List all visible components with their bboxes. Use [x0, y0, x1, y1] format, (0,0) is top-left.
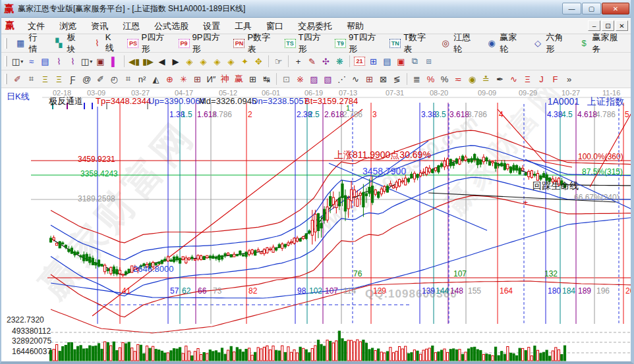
channel-tool[interactable]: ≶ [390, 72, 404, 86]
p-number-button[interactable]: PNP数字表 [229, 32, 279, 55]
menu-item-9[interactable]: 帮助 [339, 19, 371, 33]
kline-button[interactable]: ⌇K线 [87, 32, 123, 54]
gann-tool-button[interactable]: ✣ [319, 55, 333, 68]
menu-item-1[interactable]: 浏览 [52, 19, 84, 33]
analysis-button[interactable]: ❋ [333, 55, 347, 68]
time-circle-tool[interactable]: ◴ [107, 72, 121, 86]
angle-tool[interactable]: ◭ [149, 72, 163, 86]
ruler-tool[interactable]: ⌗ [121, 72, 135, 86]
candle-small-button[interactable]: ◫▾ [80, 55, 94, 68]
wave-red-tool[interactable]: ∿ [507, 72, 521, 86]
quotes-button[interactable]: ▦行情 [11, 32, 49, 55]
zoom-out-button[interactable]: ◈ [224, 55, 238, 68]
grid2-tool[interactable]: ⊠ [376, 72, 390, 86]
fit-button[interactable]: ✦ [238, 55, 252, 68]
f-ruler-tool[interactable]: Ƒ [66, 72, 80, 86]
grid-web-tool[interactable]: ⊞ [190, 72, 204, 86]
board-button[interactable]: ▤ [38, 55, 52, 68]
more-tools-button[interactable]: » [562, 72, 576, 86]
n2-tool[interactable]: n² [135, 72, 149, 86]
pct-red-tool[interactable]: % [424, 72, 438, 86]
zigzag-tool[interactable]: ∿ [349, 72, 362, 86]
gold-angle-tool[interactable]: Ξ [521, 72, 534, 86]
winner-wheel-button[interactable]: ◉赢家轮 [482, 32, 528, 55]
pct-line-tool[interactable]: ≂ [451, 72, 465, 86]
grid-red-tool[interactable]: ⊞ [362, 72, 376, 86]
gann-ruler-tool[interactable]: ⌗ [24, 72, 38, 86]
crosshair-button[interactable]: + [291, 55, 305, 68]
pc-sync-button[interactable]: ⧉ [408, 55, 422, 68]
next-bar-button[interactable]: ▶ [169, 55, 183, 68]
menu-item-6[interactable]: 工具 [227, 19, 259, 33]
shen-tool[interactable]: 神 [218, 72, 232, 86]
gold-line-tool[interactable]: ≛ [479, 72, 493, 86]
menu-item-2[interactable]: 资讯 [84, 19, 115, 33]
menu-item-0[interactable]: 文件 [20, 19, 52, 33]
grid123-tool[interactable]: ⊞ [246, 72, 260, 86]
hand-button[interactable]: ☞ [272, 55, 285, 68]
gann-wheel-button[interactable]: ◎江恩轮 [436, 32, 482, 55]
gold-circle-tool[interactable]: ◉ [465, 72, 479, 86]
menu-item-7[interactable]: 窗口 [259, 19, 291, 33]
histogram-button[interactable]: ▌ [107, 55, 121, 68]
t-square-button[interactable]: TST四方形 [280, 32, 330, 55]
p-square-button[interactable]: PSP四方形 [123, 32, 173, 55]
expand-button[interactable]: ✥ [252, 55, 266, 68]
child-restore-button[interactable]: ⊡ [602, 20, 614, 31]
lines-tool[interactable]: ⋰ [335, 72, 349, 86]
fan-tool[interactable]: ※ [293, 72, 307, 86]
gold-ruler2-tool[interactable]: Ξ [52, 72, 66, 86]
sectors-button[interactable]: ▚板块 [49, 32, 87, 55]
minimize-button[interactable]: — [562, 3, 581, 14]
j-angle-tool[interactable]: J [534, 72, 548, 86]
circle-cross-tool[interactable]: ⊕ [163, 72, 177, 86]
star-web-tool[interactable]: ✳ [177, 72, 190, 86]
zoom-in-button[interactable]: ◈ [210, 55, 224, 68]
toolbar-grip [5, 38, 7, 49]
close-button[interactable]: ✕ [602, 3, 629, 14]
ying-tool[interactable]: 赢 [232, 72, 246, 86]
fan3-tool[interactable]: ▧ [321, 72, 335, 86]
child-close-button[interactable]: ✕ [616, 20, 628, 31]
pc-order-button[interactable]: ⧈ [422, 55, 436, 68]
prev-bar-button[interactable]: ◀ [155, 55, 169, 68]
hist-pct-tool[interactable]: ≣ [410, 72, 424, 86]
child-minimize-button[interactable]: – [588, 20, 600, 31]
gold-ruler1-tool[interactable]: Ξ [38, 72, 52, 86]
pct-tool[interactable]: % [438, 72, 451, 86]
9t-square-button[interactable]: T99T四方形 [330, 32, 385, 55]
frame-tool[interactable]: ⊡ [279, 72, 293, 86]
t-number-button[interactable]: TNT数字表 [385, 32, 435, 55]
pen-tool[interactable]: ✐ [94, 72, 107, 86]
width-tool[interactable]: ↹ [260, 72, 274, 86]
notes-button[interactable]: ▤ [380, 55, 394, 68]
first-bar-button[interactable]: ◀▮ [127, 55, 141, 68]
save-button[interactable]: ▣ [394, 55, 408, 68]
f-angle-tool[interactable]: F [548, 72, 562, 86]
k-mark-tool[interactable]: И″ [204, 72, 218, 86]
shift-left-button[interactable]: ◈ [183, 55, 196, 68]
min9-chart-button[interactable]: ⌇ [66, 55, 80, 68]
spiral-tool[interactable]: @ [80, 72, 94, 86]
fan2-tool[interactable]: ▨ [307, 72, 321, 86]
menu-item-3[interactable]: 江恩 [115, 19, 147, 33]
angle-pen-button[interactable]: ✎ [305, 55, 319, 68]
maximize-button[interactable]: ▢ [582, 3, 601, 14]
overlay-button[interactable]: ≈ [24, 55, 38, 68]
calculator-button[interactable]: ⊞ [366, 55, 380, 68]
menu-item-5[interactable]: 设置 [196, 19, 227, 33]
brush-tool[interactable]: ✐ [11, 72, 24, 86]
calendar-button[interactable]: 21 [353, 55, 366, 68]
f-angle-icon: F [553, 74, 558, 84]
shift-right-button[interactable]: ◈ [196, 55, 210, 68]
kline-style-button[interactable]: ◫▾ [11, 55, 24, 68]
min3-chart-button[interactable]: ⌇ [52, 55, 66, 68]
last-bar-button[interactable]: ▮▶ [141, 55, 155, 68]
winner-service-button[interactable]: $赢家服务 [574, 32, 628, 55]
pattern-button[interactable]: ▣ [94, 55, 107, 68]
ink-tool[interactable]: ✒ [493, 72, 507, 86]
hexagon-button[interactable]: ◇六角形 [528, 32, 574, 55]
9p-square-button[interactable]: P99P四方形 [174, 32, 229, 55]
menu-item-8[interactable]: 交易委托 [291, 19, 339, 33]
menu-item-4[interactable]: 公式选股 [147, 19, 196, 33]
